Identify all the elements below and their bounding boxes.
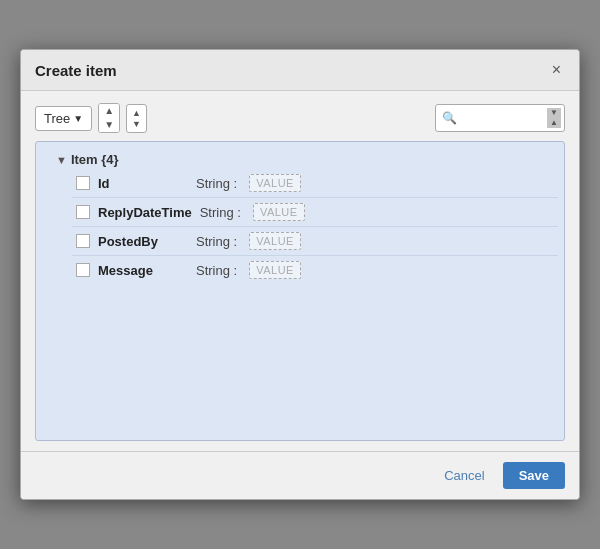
field-value-3[interactable]: VALUE: [249, 261, 301, 279]
search-arrows: ▼ ▲: [547, 108, 561, 129]
field-value-1[interactable]: VALUE: [253, 203, 305, 221]
field-name-2: PostedBy: [98, 234, 188, 249]
dialog-title: Create item: [35, 62, 117, 79]
close-button[interactable]: ×: [548, 60, 565, 80]
row-checkbox-1[interactable]: [76, 205, 90, 219]
field-type-1: String :: [200, 205, 241, 220]
table-row: Message String : VALUE: [72, 256, 558, 284]
row-checkbox-0[interactable]: [76, 176, 90, 190]
field-type-2: String :: [196, 234, 237, 249]
tree-dropdown-button[interactable]: Tree ▼: [35, 106, 92, 131]
search-next-button[interactable]: ▲: [547, 118, 561, 128]
tree-caret: ▼: [73, 113, 83, 124]
reorder-button[interactable]: ▲ ▼: [126, 104, 147, 133]
field-value-0[interactable]: VALUE: [249, 174, 301, 192]
row-checkbox-3[interactable]: [76, 263, 90, 277]
search-icon: 🔍: [442, 111, 457, 125]
tree-label: Tree: [44, 111, 70, 126]
tree-expand-icon[interactable]: ▼: [56, 154, 67, 166]
save-button[interactable]: Save: [503, 462, 565, 489]
table-row: ReplyDateTime String : VALUE: [72, 198, 558, 227]
dialog-body: Tree ▼ ▲ ▼ ▲ ▼: [21, 91, 579, 451]
field-name-0: Id: [98, 176, 188, 191]
table-row: Id String : VALUE: [72, 169, 558, 198]
cancel-button[interactable]: Cancel: [434, 462, 494, 489]
field-name-3: Message: [98, 263, 188, 278]
dialog-footer: Cancel Save: [21, 451, 579, 499]
table-row: PostedBy String : VALUE: [72, 227, 558, 256]
sort-up-button[interactable]: ▲: [99, 104, 119, 118]
search-prev-button[interactable]: ▼: [547, 108, 561, 118]
search-box: 🔍 ▼ ▲: [435, 104, 565, 133]
field-name-1: ReplyDateTime: [98, 205, 192, 220]
row-checkbox-2[interactable]: [76, 234, 90, 248]
tree-area: ▼ Item {4} Id String : VALUE ReplyDateTi…: [35, 141, 565, 441]
toolbar: Tree ▼ ▲ ▼ ▲ ▼: [35, 103, 565, 133]
tree-children: Id String : VALUE ReplyDateTime String :…: [72, 169, 558, 284]
create-item-dialog: Create item × Tree ▼ ▲ ▼: [20, 49, 580, 500]
sort-down-button[interactable]: ▼: [99, 118, 119, 132]
search-input[interactable]: [461, 111, 541, 125]
tree-root-label: ▼ Item {4}: [52, 150, 558, 169]
dialog-header: Create item ×: [21, 50, 579, 91]
tree-root-text: Item {4}: [71, 152, 119, 167]
field-value-2[interactable]: VALUE: [249, 232, 301, 250]
sort-button-group: ▲ ▼: [98, 103, 120, 133]
field-type-3: String :: [196, 263, 237, 278]
tree-root: ▼ Item {4} Id String : VALUE ReplyDateTi…: [42, 150, 558, 284]
field-type-0: String :: [196, 176, 237, 191]
